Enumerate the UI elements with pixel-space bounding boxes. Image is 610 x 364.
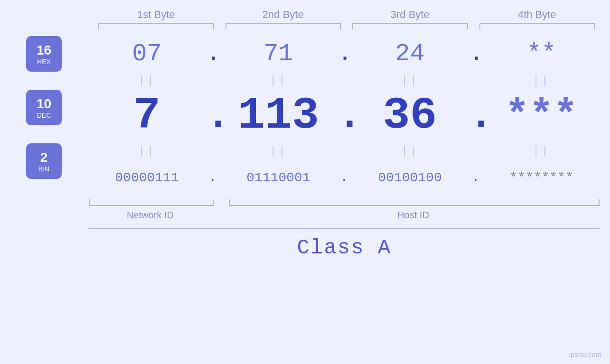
eq-1-1: || [88,75,206,87]
eq-row-1: || || || || [88,72,601,90]
dec-row: 7 . 113 . 36 . *** [88,90,601,142]
bin-badge-num: 2 [40,150,48,165]
eq-2-1: || [88,145,206,158]
byte-header-4: 4th Byte [474,9,601,21]
hex-row: 07 . 71 . 24 . ** [88,36,601,72]
eq-2-2: || [219,145,338,158]
network-id-label: Network ID [88,210,213,221]
bin-dot-2: . [338,170,351,185]
values-column: 07 . 71 . 24 . ** || || || || 7 . [88,36,601,260]
byte-headers-row: 1st Byte 2nd Byte 3rd Byte 4th Byte [93,9,601,21]
class-bracket-line [88,228,601,229]
eq-1-4: || [482,75,601,87]
eq-1-3: || [351,75,469,87]
hex-dot-1: . [206,40,219,68]
byte-header-1: 1st Byte [93,9,220,21]
eq-2-4: || [482,145,601,158]
bin-val-1: 00000111 [88,170,206,185]
bracket-bottom-network [89,199,214,206]
page-container: 1st Byte 2nd Byte 3rd Byte 4th Byte 16 H… [0,0,610,364]
label-gap [213,210,226,221]
dec-val-2: 113 [219,90,338,141]
dec-val-4: *** [482,93,601,139]
eq-1-2: || [219,75,338,87]
class-label: Class A [88,236,601,260]
bracket-bottom-host [229,199,600,206]
bracket-top-2 [225,23,341,29]
bracket-top-3 [352,23,468,29]
badges-column: 16 HEX 10 DEC 2 BIN [0,36,88,260]
dec-val-3: 36 [351,90,469,141]
hex-badge-label: HEX [37,58,51,65]
hex-val-3: 24 [351,40,469,68]
dec-dot-1: . [206,93,219,139]
bracket-top-1 [98,23,214,29]
bottom-brackets [88,198,601,206]
byte-header-3: 3rd Byte [347,9,474,21]
dec-badge-label: DEC [37,112,51,119]
bin-dot-3: . [469,170,482,185]
hex-badge-num: 16 [37,43,51,58]
hex-badge: 16 HEX [26,36,62,72]
eq-row-2: || || || || [88,142,601,160]
dec-dot-2: . [338,93,351,139]
hex-val-2: 71 [219,40,338,68]
bin-val-4: ******** [482,170,601,185]
dec-badge-num: 10 [37,96,51,112]
bottom-bracket-area: Network ID Host ID [88,198,601,221]
watermark: ipshu.com [569,350,601,358]
data-section: 16 HEX 10 DEC 2 BIN 07 . [0,36,610,260]
bin-dot-1: . [206,170,219,185]
hex-dot-3: . [469,40,482,68]
hex-val-4: ** [482,40,601,68]
bin-val-2: 01110001 [219,170,338,185]
bottom-labels: Network ID Host ID [88,210,601,221]
dec-val-1: 7 [88,90,206,141]
bin-badge-label: BIN [38,165,49,173]
top-brackets [93,23,601,29]
dec-dot-3: . [469,93,482,139]
bin-badge: 2 BIN [26,143,62,179]
eq-2-3: || [351,145,469,158]
byte-header-2: 2nd Byte [220,9,347,21]
host-id-label: Host ID [226,210,601,221]
bin-row: 00000111 . 01110001 . 00100100 . *******… [88,160,601,196]
hex-val-1: 07 [88,40,206,68]
dec-badge: 10 DEC [26,90,62,125]
bracket-top-4 [479,23,595,29]
class-section: Class A [88,228,601,260]
hex-dot-2: . [338,40,351,68]
bin-val-3: 00100100 [351,170,469,185]
